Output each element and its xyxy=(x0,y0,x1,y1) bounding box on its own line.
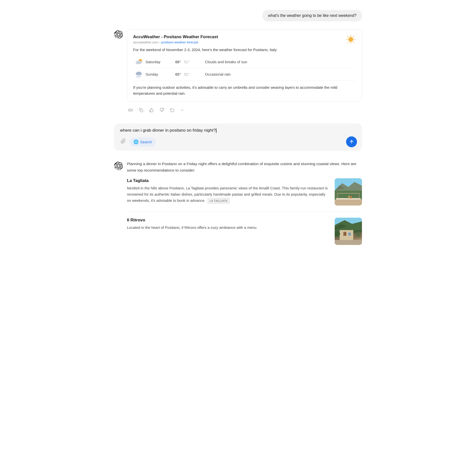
url-domain: accuweather.com xyxy=(133,40,158,44)
assistant-response-2: Planning a dinner in Positano on a Frida… xyxy=(114,161,362,251)
restaurant-info-2: Il Ritrovo Located in the heart of Posit… xyxy=(127,218,330,231)
user-message-1: what's the weather going to be like next… xyxy=(114,10,362,21)
svg-line-7 xyxy=(353,36,354,37)
restaurant-il-ritrovo: Il Ritrovo Located in the heart of Posit… xyxy=(127,218,362,245)
assistant-content-2: Planning a dinner in Positano on a Frida… xyxy=(127,161,362,251)
assistant-response-1: AccuWeather - Positano Weather Forecast … xyxy=(114,29,362,114)
sunday-high: 65° xyxy=(175,72,181,76)
input-content: where can i grab dinner in positano on f… xyxy=(120,128,216,133)
svg-rect-29 xyxy=(335,200,362,206)
svg-line-18 xyxy=(140,76,140,77)
svg-point-41 xyxy=(356,233,361,237)
svg-point-40 xyxy=(335,231,340,236)
search-label: Search xyxy=(140,140,152,144)
source-title: AccuWeather - Positano Weather Forecast xyxy=(133,34,356,39)
weather-row-saturday: Saturday 66° 51° Clouds and breaks of su… xyxy=(133,56,356,68)
saturday-day: Saturday xyxy=(146,60,175,64)
url-arrow: › xyxy=(159,40,160,44)
svg-point-12 xyxy=(136,60,142,64)
restaurant-name-2: Il Ritrovo xyxy=(127,218,330,223)
svg-line-17 xyxy=(138,76,139,77)
svg-line-16 xyxy=(137,76,137,77)
saturday-high: 66° xyxy=(175,60,181,64)
svg-rect-31 xyxy=(359,193,359,199)
source-card-weather: AccuWeather - Positano Weather Forecast … xyxy=(127,29,362,102)
svg-point-0 xyxy=(348,37,353,42)
sunday-icon xyxy=(133,70,146,78)
svg-rect-30 xyxy=(337,193,338,199)
url-path: positano weather forecast xyxy=(161,40,198,44)
response-intro: Planning a dinner in Positano on a Frida… xyxy=(127,161,362,173)
saturday-temps: 66° 51° xyxy=(175,60,205,64)
weather-row-sunday: Sunday 65° 52° Occasional rain xyxy=(133,68,356,81)
restaurant-name-1: La Tagliata xyxy=(127,178,330,183)
section-divider xyxy=(127,211,362,212)
assistant-content-1: AccuWeather - Positano Weather Forecast … xyxy=(127,29,362,114)
saturday-low: 51° xyxy=(184,60,190,64)
weather-advice: If you're planning outdoor activities, i… xyxy=(133,85,356,96)
assistant-avatar-2 xyxy=(114,162,123,171)
sunday-desc: Occasional rain xyxy=(205,72,231,76)
chat-container: what's the weather going to be like next… xyxy=(114,10,362,261)
globe-icon: 🌐 xyxy=(133,139,139,145)
sunday-low: 52° xyxy=(184,72,190,76)
speak-button[interactable] xyxy=(127,107,134,114)
svg-line-6 xyxy=(353,42,354,43)
thumbs-up-button[interactable] xyxy=(148,107,155,113)
sun-icon xyxy=(346,34,356,44)
svg-rect-28 xyxy=(351,196,352,199)
svg-line-5 xyxy=(347,36,348,37)
sunday-temps: 65° 52° xyxy=(175,72,205,76)
assistant-avatar-1 xyxy=(114,30,123,39)
svg-marker-19 xyxy=(128,109,130,112)
restaurant-desc-2: Located in the heart of Positano, Il Rit… xyxy=(127,225,330,231)
attach-button[interactable] xyxy=(119,137,127,146)
input-text[interactable]: where can i grab dinner in positano on f… xyxy=(119,128,357,133)
regenerate-button[interactable] xyxy=(169,107,176,113)
input-left-tools: 🌐 Search xyxy=(119,137,156,147)
svg-rect-32 xyxy=(337,193,359,194)
thumbs-down-button[interactable] xyxy=(159,107,165,113)
svg-rect-36 xyxy=(340,230,353,240)
search-button[interactable]: 🌐 Search xyxy=(129,137,156,147)
weather-intro: For the weekend of November 2-3, 2024, h… xyxy=(133,48,356,52)
svg-point-15 xyxy=(136,72,142,75)
svg-rect-38 xyxy=(348,233,351,236)
restaurant-header-2: Il Ritrovo Located in the heart of Posit… xyxy=(127,218,362,245)
svg-rect-39 xyxy=(335,240,362,245)
svg-rect-37 xyxy=(343,232,346,236)
restaurant-la-tagliata: La Tagliata Nestled in the hills above P… xyxy=(127,178,362,206)
sunday-day: Sunday xyxy=(146,72,175,76)
restaurant-image-2 xyxy=(335,218,362,245)
restaurant-desc-1: Nestled in the hills above Positano, La … xyxy=(127,185,330,204)
svg-rect-20 xyxy=(141,110,143,112)
restaurant-image-1 xyxy=(335,178,362,206)
saturday-icon xyxy=(133,58,146,65)
svg-rect-27 xyxy=(348,196,350,199)
saturday-desc: Clouds and breaks of sun xyxy=(205,60,247,64)
svg-line-8 xyxy=(347,42,348,43)
send-button[interactable] xyxy=(346,136,357,147)
text-cursor xyxy=(216,128,216,133)
input-toolbar: 🌐 Search xyxy=(119,136,357,147)
restaurant-header-1: La Tagliata Nestled in the hills above P… xyxy=(127,178,362,206)
restaurant-tag-1: LA TAGLIATA xyxy=(208,198,230,204)
restaurant-info-1: La Tagliata Nestled in the hills above P… xyxy=(127,178,330,204)
input-wrapper: where can i grab dinner in positano on f… xyxy=(114,123,362,151)
copy-button[interactable] xyxy=(138,107,144,113)
more-button[interactable] xyxy=(179,107,185,113)
user-bubble-1: what's the weather going to be like next… xyxy=(263,10,362,21)
source-url[interactable]: accuweather.com › positano weather forec… xyxy=(133,40,356,44)
action-bar xyxy=(127,107,362,114)
